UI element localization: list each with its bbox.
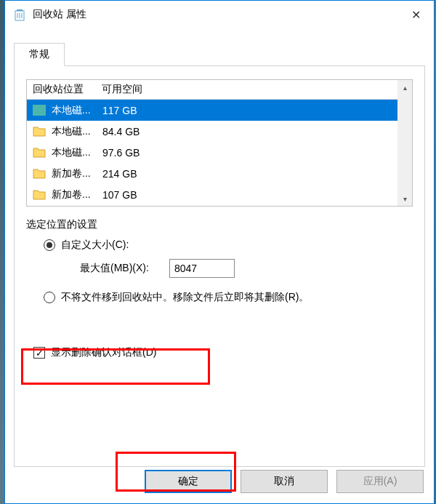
header-space[interactable]: 可用空间 [102, 83, 406, 96]
recycle-bin-icon [12, 7, 27, 22]
disk-size: 214 GB [102, 168, 406, 180]
svg-rect-1 [17, 9, 23, 11]
radio-icon [44, 239, 55, 251]
close-icon: ✕ [411, 8, 421, 22]
max-size-row: 最大值(MB)(X): [44, 259, 413, 278]
settings-section-label: 选定位置的设置 [26, 218, 413, 231]
max-size-label: 最大值(MB)(X): [80, 262, 149, 275]
ok-button[interactable]: 确定 [145, 470, 232, 493]
checkbox-icon: ✓ [33, 347, 45, 359]
radio-custom-size[interactable]: 自定义大小(C): [44, 239, 413, 252]
radio-icon [44, 292, 55, 303]
titlebar: 回收站 属性 ✕ [5, 1, 434, 28]
disk-row[interactable]: 本地磁... 84.4 GB [27, 121, 412, 142]
radio-label: 自定义大小(C): [61, 239, 129, 252]
folder-icon [33, 126, 46, 137]
properties-window: 回收站 属性 ✕ 常规 回收站位置 可用空间 本地磁... 117 GB [4, 0, 435, 504]
disk-size: 107 GB [102, 189, 406, 201]
disk-size: 97.6 GB [102, 147, 406, 159]
disk-row[interactable]: 本地磁... 97.6 GB [27, 142, 412, 163]
apply-button[interactable]: 应用(A) [336, 470, 424, 493]
radio-group: 自定义大小(C): 最大值(MB)(X): 不将文件移到回收站中。移除文件后立即… [26, 239, 413, 304]
folder-icon [33, 168, 46, 179]
window-title: 回收站 属性 [33, 8, 86, 21]
header-location[interactable]: 回收站位置 [33, 83, 102, 96]
tab-content: 回收站位置 可用空间 本地磁... 117 GB 本地磁... 84.4 GB [14, 65, 425, 467]
confirm-delete-checkbox-row[interactable]: ✓ 显示删除确认对话框(D) [26, 340, 413, 365]
radio-no-recycle[interactable]: 不将文件移到回收站中。移除文件后立即将其删除(R)。 [44, 291, 413, 304]
close-button[interactable]: ✕ [397, 1, 434, 28]
disk-name: 本地磁... [52, 146, 102, 159]
cancel-button[interactable]: 取消 [241, 470, 328, 493]
scroll-up-icon[interactable]: ▴ [397, 80, 412, 95]
folder-icon [33, 147, 46, 158]
max-size-input[interactable] [169, 259, 235, 278]
scrollbar[interactable]: ▴ ▾ [397, 80, 412, 206]
drive-icon [33, 105, 46, 116]
disk-row[interactable]: 新加卷... 214 GB [27, 163, 412, 184]
radio-label: 不将文件移到回收站中。移除文件后立即将其删除(R)。 [61, 291, 309, 304]
disk-name: 新加卷... [52, 188, 102, 201]
disk-list: 回收站位置 可用空间 本地磁... 117 GB 本地磁... 84.4 GB [26, 79, 413, 207]
disk-name: 本地磁... [52, 104, 102, 117]
folder-icon [33, 189, 46, 200]
tab-general[interactable]: 常规 [14, 43, 65, 66]
disk-size: 84.4 GB [102, 126, 406, 137]
disk-name: 本地磁... [52, 125, 102, 138]
disk-row[interactable]: 新加卷... 107 GB [27, 184, 412, 205]
disk-name: 新加卷... [52, 167, 102, 180]
scroll-track[interactable] [397, 95, 412, 191]
checkbox-label: 显示删除确认对话框(D) [51, 346, 156, 359]
disk-size: 117 GB [102, 105, 406, 116]
button-row: 确定 取消 应用(A) [145, 470, 424, 493]
disk-row[interactable]: 本地磁... 117 GB [27, 100, 412, 121]
scroll-down-icon[interactable]: ▾ [397, 191, 412, 206]
tabs-area: 常规 回收站位置 可用空间 本地磁... 117 GB 本地磁... [5, 28, 434, 467]
disk-list-header: 回收站位置 可用空间 [27, 80, 412, 100]
